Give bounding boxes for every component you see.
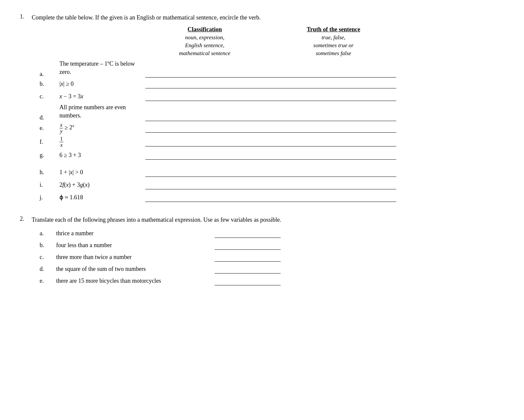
item-content-b: |x| ≥ 0 <box>59 80 145 88</box>
table-row: d. All prime numbers are even numbers. <box>40 103 504 121</box>
item-content-g: 6 ≥ 3 + 3 <box>59 151 145 159</box>
truth-header-col: Truth of the sentence true, false,someti… <box>271 26 396 57</box>
item-label-f: f. <box>40 139 59 145</box>
q2-content-a: thrice a number <box>56 230 215 237</box>
item-label-h: h. <box>40 169 59 176</box>
classification-sub: noun, expression,English sentence,mathem… <box>145 34 264 57</box>
item-label-i: i. <box>40 181 59 188</box>
q2-content-c: three more than twice a number <box>56 254 215 261</box>
answer-line-g-classification[interactable] <box>145 150 271 160</box>
q2-content-e: there are 15 more bicycles than motorcyc… <box>56 277 215 284</box>
item-label-d: d. <box>40 114 59 121</box>
q2-text: Translate each of the following phrases … <box>32 215 281 224</box>
q2-answer-a[interactable] <box>215 229 281 238</box>
q1-number: 1. <box>20 13 29 22</box>
answer-line-d-classification[interactable] <box>145 112 271 121</box>
q2-content-d: the square of the sum of two numbers <box>56 266 215 273</box>
q2-row: d. the square of the sum of two numbers <box>40 263 504 275</box>
answer-line-f-truth[interactable] <box>271 137 396 146</box>
answer-line-a-classification[interactable] <box>145 68 271 78</box>
item-content-f: 1x <box>59 136 145 148</box>
answer-line-j-truth[interactable] <box>271 193 396 202</box>
classification-title: Classification <box>145 26 264 33</box>
answer-line-f-classification[interactable] <box>145 137 271 146</box>
answer-line-d-truth[interactable] <box>271 112 396 121</box>
table-row: f. 1x <box>40 135 504 149</box>
item-label-b: b. <box>40 81 59 87</box>
answer-line-h-truth[interactable] <box>271 168 396 177</box>
answer-line-i-truth[interactable] <box>271 180 396 189</box>
q2-items-container: a. thrice a number b. four less than a n… <box>40 228 504 286</box>
table-row: h. 1 + |x| > 0 <box>40 166 504 178</box>
answer-line-a-truth[interactable] <box>271 68 396 78</box>
q2-label-b: b. <box>40 242 56 249</box>
table-row: b. |x| ≥ 0 <box>40 78 504 90</box>
truth-sub: true, false,sometimes true orsometimes f… <box>271 34 396 57</box>
item-content-a: The temperature – 1oC is below zero. <box>59 59 145 78</box>
q2-row: a. thrice a number <box>40 228 504 239</box>
q2-row: b. four less than a number <box>40 240 504 251</box>
table-row: e. xy ≥ 2x <box>40 121 504 135</box>
item-label-e: e. <box>40 125 59 132</box>
q2-row: e. there are 15 more bicycles than motor… <box>40 275 504 286</box>
item-content-e: xy ≥ 2x <box>59 122 145 134</box>
table-row: c. x − 3 = 3x <box>40 90 504 103</box>
table-row: i. 2f(x) + 3g(x) <box>40 178 504 191</box>
answer-line-i-classification[interactable] <box>145 180 271 189</box>
item-content-j: ϕ ≈ 1.618 <box>59 193 145 202</box>
table-row: j. ϕ ≈ 1.618 <box>40 191 504 204</box>
q2-label-a: a. <box>40 230 56 237</box>
table-row: a. The temperature – 1oC is below zero. <box>40 59 504 78</box>
answer-line-b-classification[interactable] <box>145 79 271 88</box>
q2-label-c: c. <box>40 254 56 261</box>
q2-answer-d[interactable] <box>215 264 281 274</box>
table-row: g. 6 ≥ 3 + 3 <box>40 149 504 161</box>
answer-line-j-classification[interactable] <box>145 193 271 202</box>
item-content-c: x − 3 = 3x <box>59 92 145 101</box>
answer-line-e-classification[interactable] <box>145 123 271 133</box>
table-headers: Classification noun, expression,English … <box>40 26 504 57</box>
item-label-g: g. <box>40 152 59 159</box>
q2-row: c. three more than twice a number <box>40 251 504 263</box>
answer-line-g-truth[interactable] <box>271 150 396 160</box>
question-1: 1. Complete the table below. If the give… <box>20 13 504 204</box>
answer-line-h-classification[interactable] <box>145 168 271 177</box>
answer-line-c-classification[interactable] <box>145 92 271 101</box>
answer-line-c-truth[interactable] <box>271 92 396 101</box>
q2-number: 2. <box>20 215 29 224</box>
item-label-j: j. <box>40 194 59 201</box>
item-content-h: 1 + |x| > 0 <box>59 168 145 177</box>
item-content-d: All prime numbers are even numbers. <box>59 103 145 121</box>
q1-text: Complete the table below. If the given i… <box>32 13 261 22</box>
q2-content-b: four less than a number <box>56 242 215 249</box>
q2-answer-e[interactable] <box>215 276 281 285</box>
classification-header-col: Classification noun, expression,English … <box>145 26 271 57</box>
truth-title: Truth of the sentence <box>271 26 396 33</box>
item-label-a: a. <box>40 71 59 78</box>
q2-answer-c[interactable] <box>215 252 281 262</box>
item-content-i: 2f(x) + 3g(x) <box>59 181 145 189</box>
q1-items-container: a. The temperature – 1oC is below zero. … <box>40 59 504 204</box>
answer-line-b-truth[interactable] <box>271 79 396 88</box>
q2-label-e: e. <box>40 277 56 284</box>
q2-answer-b[interactable] <box>215 241 281 250</box>
answer-line-e-truth[interactable] <box>271 123 396 133</box>
q2-label-d: d. <box>40 266 56 273</box>
question-2: 2. Translate each of the following phras… <box>20 215 504 286</box>
item-label-c: c. <box>40 93 59 100</box>
